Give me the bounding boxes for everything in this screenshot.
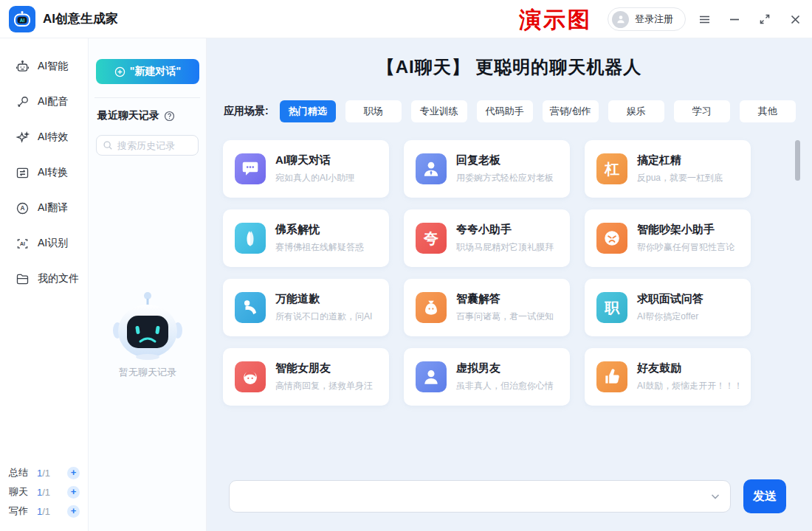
add-quota-button[interactable]: + [67, 486, 80, 499]
history-search-box [96, 135, 199, 156]
tab-workplace[interactable]: 职场 [345, 100, 402, 122]
sidebar-item-my-files[interactable]: 我的文件 [0, 261, 88, 296]
card-subtitle: 宛如真人的AI小助理 [275, 172, 354, 184]
tab-code-assistant[interactable]: 代码助手 [477, 100, 533, 122]
job-character-icon: 职 [596, 292, 627, 323]
sidebar-item-ai-smart[interactable]: AI智能 [0, 49, 88, 84]
scan-ai-icon: AI [15, 236, 30, 251]
sidebar-item-ai-effects[interactable]: AI特效 [0, 119, 88, 155]
login-label: 登录注册 [635, 13, 673, 26]
message-input[interactable] [229, 480, 731, 513]
card-virtual-boyfriend[interactable]: 虚拟男友 虽非真人，但治愈你心情 [404, 348, 570, 406]
gang-character-icon: 杠 [596, 153, 627, 184]
thumbs-up-icon [596, 361, 627, 392]
card-title: 虚拟男友 [456, 361, 554, 375]
new-chat-label: "新建对话" [130, 65, 181, 78]
sidebar-item-label: AI特效 [38, 131, 68, 144]
card-title: 佛系解忧 [275, 223, 364, 237]
folder-icon [15, 271, 30, 287]
angry-face-icon [596, 223, 627, 254]
bowing-person-icon [235, 292, 266, 323]
sidebar-item-label: AI转换 [38, 166, 68, 179]
card-job-interview[interactable]: 职 求职面试问答 AI帮你搞定offer [585, 279, 751, 336]
new-chat-button[interactable]: "新建对话" [96, 59, 199, 84]
counter-summary: 总结 1/1 + [9, 463, 80, 482]
card-sage-answers[interactable]: 智囊解答 百事问诸葛，君一试便知 [404, 279, 570, 336]
card-subtitle: 反pua，就要一杠到底 [637, 172, 723, 184]
tab-marketing-creation[interactable]: 营销/创作 [543, 100, 599, 122]
chat-history-panel: "新建对话" 最近聊天记录 [89, 38, 207, 531]
menu-icon[interactable] [698, 13, 711, 26]
card-subtitle: AI帮你搞定offer [637, 310, 703, 323]
card-argue-assistant[interactable]: 智能吵架小助手 帮你吵赢任何冒犯性言论 [585, 209, 751, 267]
girlfriend-face-icon [235, 361, 266, 392]
card-zen-relief[interactable]: 佛系解忧 赛博佛祖在线解疑答惑 [223, 209, 389, 267]
sage-bag-icon [416, 292, 447, 323]
send-button[interactable]: 发送 [743, 479, 786, 513]
login-button[interactable]: 登录注册 [608, 7, 686, 31]
app-title: AI创意生成家 [43, 10, 118, 27]
counter-label: 写作 [9, 504, 28, 518]
card-subtitle: 赛博佛祖在线解疑答惑 [275, 241, 364, 254]
boss-person-icon [416, 153, 447, 184]
card-title: 求职面试问答 [637, 292, 703, 306]
card-title: AI聊天对话 [275, 153, 354, 167]
card-praise-assistant[interactable]: 夸 夸夸小助手 职场马屁精对它顶礼膜拜 [404, 209, 570, 267]
card-handle-trolls[interactable]: 杠 搞定杠精 反pua，就要一杠到底 [585, 140, 751, 198]
quota-counters: 总结 1/1 + 聊天 1/1 + 写作 1/1 + [0, 463, 89, 521]
history-search-input[interactable] [117, 140, 192, 151]
card-title: 智能女朋友 [275, 361, 373, 375]
empty-state-text: 暂无聊天记录 [89, 366, 207, 379]
maximize-icon[interactable] [758, 13, 771, 26]
card-reply-boss[interactable]: 回复老板 用委婉方式轻松应对老板 [404, 140, 570, 198]
tab-study[interactable]: 学习 [674, 100, 730, 122]
tab-pro-training[interactable]: 专业训练 [411, 100, 467, 122]
card-subtitle: 用委婉方式轻松应对老板 [456, 172, 554, 184]
sidebar-item-ai-convert[interactable]: AI转换 [0, 155, 88, 190]
card-ai-chat[interactable]: AI聊天对话 宛如真人的AI小助理 [223, 140, 389, 198]
chat-bubble-icon [235, 153, 266, 184]
close-icon[interactable] [788, 13, 802, 26]
card-friend-encouragement[interactable]: 好友鼓励 AI鼓励，烦恼走开开！！！ [585, 348, 751, 406]
card-subtitle: AI鼓励，烦恼走开开！！！ [637, 380, 743, 392]
card-title: 万能道歉 [275, 292, 372, 306]
robot-icon [15, 59, 30, 74]
card-subtitle: 虽非真人，但治愈你心情 [456, 380, 554, 392]
recent-chats-label: 最近聊天记录 [97, 109, 159, 122]
sparkle-star-icon [15, 130, 30, 145]
card-title: 智能吵架小助手 [637, 223, 734, 237]
sidebar-item-ai-recognition[interactable]: AI AI识别 [0, 226, 88, 261]
card-title: 搞定杠精 [637, 153, 723, 167]
help-icon[interactable] [164, 111, 175, 122]
counter-count: 1/1 [37, 506, 50, 517]
scrollbar-thumb[interactable] [795, 140, 800, 181]
chevron-down-icon[interactable] [709, 490, 721, 502]
card-subtitle: 帮你吵赢任何冒犯性言论 [637, 241, 734, 254]
tab-entertainment[interactable]: 娱乐 [608, 100, 664, 122]
sidebar-item-label: AI识别 [38, 237, 68, 250]
sidebar-item-label: 我的文件 [38, 272, 79, 285]
user-avatar-icon [612, 11, 629, 28]
search-icon [103, 140, 113, 150]
page-title: 【AI聊天】 更聪明的聊天机器人 [207, 55, 812, 79]
praying-hands-icon [235, 223, 266, 254]
tab-hot-picks[interactable]: 热门精选 [280, 100, 336, 122]
card-subtitle: 百事问诸葛，君一试便知 [456, 310, 554, 323]
minimize-icon[interactable] [728, 13, 741, 26]
card-subtitle: 职场马屁精对它顶礼膜拜 [456, 241, 554, 254]
card-title: 回复老板 [456, 153, 554, 167]
counter-count: 1/1 [37, 468, 50, 479]
sidebar-item-ai-dubbing[interactable]: AI配音 [0, 84, 88, 119]
card-universal-apology[interactable]: 万能道歉 所有说不口的道歉，问AI [223, 279, 389, 336]
tab-other[interactable]: 其他 [740, 100, 796, 122]
svg-text:A: A [21, 204, 25, 212]
svg-text:AI: AI [20, 241, 25, 246]
card-subtitle: 高情商回复，拯救单身汪 [275, 380, 373, 392]
card-ai-girlfriend[interactable]: 智能女朋友 高情商回复，拯救单身汪 [223, 348, 389, 406]
sidebar-item-ai-translate[interactable]: A AI翻译 [0, 190, 88, 226]
add-quota-button[interactable]: + [67, 467, 80, 479]
card-subtitle: 所有说不口的道歉，问AI [275, 310, 372, 323]
add-quota-button[interactable]: + [67, 505, 80, 518]
demo-watermark: 演示图 [519, 5, 592, 35]
message-composer: 发送 [229, 479, 786, 513]
